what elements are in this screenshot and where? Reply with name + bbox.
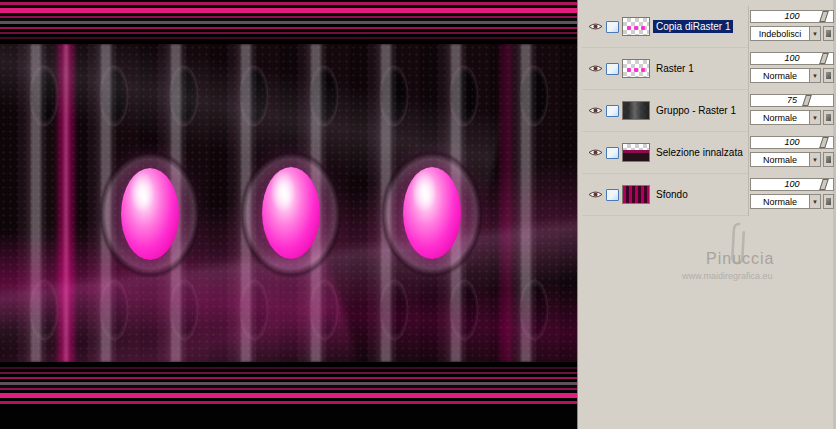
canvas-bottom-black-band (0, 406, 577, 429)
layer-type-icon (606, 105, 619, 117)
canvas-top-stripes (0, 0, 577, 44)
visibility-eye-icon[interactable] (588, 63, 603, 74)
watermark-url: www.maidiregrafica.eu (682, 271, 774, 281)
blend-mode-row: Indebolisci ▼ (750, 26, 834, 41)
layer-row[interactable]: Raster 1 (582, 48, 748, 90)
pink-egg-3 (403, 167, 461, 259)
pink-egg-1 (121, 168, 179, 260)
layer-type-icon (606, 189, 619, 201)
dropdown-arrow-icon[interactable]: ▼ (809, 111, 820, 124)
opacity-slider[interactable]: 100 (750, 52, 834, 65)
layer-thumbnail (622, 101, 650, 120)
dropdown-arrow-icon[interactable]: ▼ (809, 69, 820, 82)
layer-control-group: 75 Normale ▼ (750, 90, 834, 132)
layer-link-button[interactable] (823, 110, 834, 125)
blend-mode-row: Normale ▼ (750, 194, 834, 209)
layer-controls-column: 100 Indebolisci ▼ 100 Normale ▼ 75 (750, 6, 834, 216)
image-canvas[interactable] (0, 0, 577, 429)
visibility-eye-icon[interactable] (588, 21, 603, 32)
layer-thumbnail (622, 17, 650, 36)
app-window: Copia diRaster 1 Raster 1 Gruppo - Raste… (0, 0, 836, 429)
layer-control-group: 100 Indebolisci ▼ (750, 6, 834, 48)
opacity-slider[interactable]: 100 (750, 10, 834, 23)
opacity-slider[interactable]: 100 (750, 178, 834, 191)
layer-thumbnail (622, 59, 650, 78)
layers-palette: Copia diRaster 1 Raster 1 Gruppo - Raste… (577, 0, 836, 429)
site-watermark: Pinuccia www.maidiregrafica.eu (682, 250, 774, 281)
opacity-slider[interactable]: 75 (750, 94, 834, 107)
blend-mode-value: Normale (751, 155, 809, 165)
blend-mode-value: Normale (751, 197, 809, 207)
layer-type-icon (606, 63, 619, 75)
layer-row[interactable]: Gruppo - Raster 1 (582, 90, 748, 132)
opacity-slider[interactable]: 100 (750, 136, 834, 149)
dropdown-arrow-icon[interactable]: ▼ (809, 195, 820, 208)
layer-thumbnail (622, 143, 650, 162)
dropdown-arrow-icon[interactable]: ▼ (809, 27, 820, 40)
blend-mode-select[interactable]: Normale ▼ (750, 194, 821, 209)
layer-link-button[interactable] (823, 194, 834, 209)
blend-mode-select[interactable]: Normale ▼ (750, 152, 821, 167)
layer-control-group: 100 Normale ▼ (750, 48, 834, 90)
blend-mode-select[interactable]: Normale ▼ (750, 68, 821, 83)
blend-mode-row: Normale ▼ (750, 68, 834, 83)
blend-mode-value: Indebolisci (751, 29, 809, 39)
opacity-value: 75 (751, 95, 833, 106)
layer-row[interactable]: Copia diRaster 1 (582, 6, 748, 48)
blend-mode-value: Normale (751, 71, 809, 81)
blend-mode-select[interactable]: Indebolisci ▼ (750, 26, 821, 41)
layer-link-button[interactable] (823, 152, 834, 167)
layer-control-group: 100 Normale ▼ (750, 132, 834, 174)
layers-list: Copia diRaster 1 Raster 1 Gruppo - Raste… (582, 6, 749, 216)
pink-egg-2 (262, 167, 320, 259)
layer-row[interactable]: Selezione innalzata (582, 132, 748, 174)
layer-name[interactable]: Selezione innalzata (653, 146, 746, 159)
layer-name[interactable]: Copia diRaster 1 (653, 20, 733, 33)
visibility-eye-icon[interactable] (588, 147, 603, 158)
layer-link-button[interactable] (823, 68, 834, 83)
layer-name[interactable]: Gruppo - Raster 1 (653, 104, 739, 117)
blend-mode-select[interactable]: Normale ▼ (750, 110, 821, 125)
dropdown-arrow-icon[interactable]: ▼ (809, 153, 820, 166)
visibility-eye-icon[interactable] (588, 189, 603, 200)
layer-name[interactable]: Raster 1 (653, 62, 697, 75)
blend-mode-row: Normale ▼ (750, 110, 834, 125)
blend-mode-row: Normale ▼ (750, 152, 834, 167)
canvas-bottom-stripes (0, 362, 577, 406)
blend-mode-value: Normale (751, 113, 809, 123)
layer-type-icon (606, 147, 619, 159)
watermark-name: Pinuccia (682, 250, 774, 268)
visibility-eye-icon[interactable] (588, 105, 603, 116)
layer-name[interactable]: Sfondo (653, 188, 691, 201)
layer-row[interactable]: Sfondo (582, 174, 748, 216)
layer-control-group: 100 Normale ▼ (750, 174, 834, 216)
layer-link-button[interactable] (823, 26, 834, 41)
layer-thumbnail (622, 185, 650, 204)
layer-type-icon (606, 21, 619, 33)
